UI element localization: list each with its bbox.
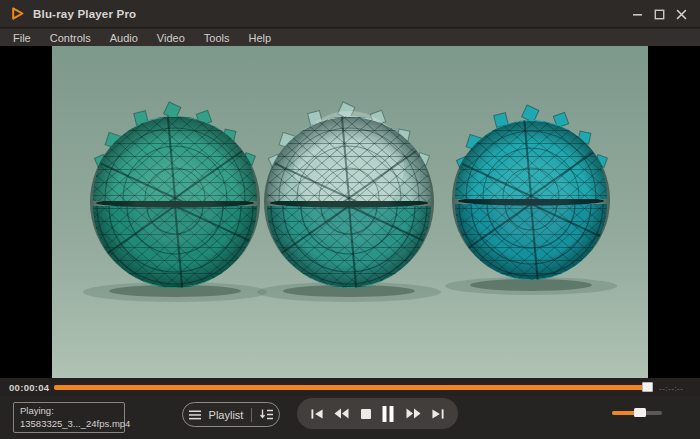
next-button[interactable]: [432, 408, 444, 420]
window-title: Blu-ray Player Pro: [33, 8, 136, 20]
previous-button[interactable]: [311, 408, 323, 420]
window-controls: [630, 0, 688, 28]
stop-button[interactable]: [361, 409, 371, 419]
seek-handle[interactable]: [642, 382, 653, 392]
seek-bar[interactable]: [54, 385, 646, 390]
pause-button[interactable]: [382, 406, 394, 422]
menu-bar: File Controls Audio Video Tools Help: [0, 29, 700, 46]
now-playing-filename: 13583325_3..._24fps.mp4: [20, 418, 118, 429]
maximize-button[interactable]: [652, 7, 666, 21]
elapsed-time: 00:00:04: [9, 382, 49, 393]
playlist-label: Playlist: [209, 409, 244, 421]
volume-handle[interactable]: [634, 408, 646, 417]
menu-tools[interactable]: Tools: [201, 32, 233, 44]
transport-controls: [297, 398, 458, 429]
playlist-order-icon: [260, 406, 273, 424]
now-playing-label: Playing:: [20, 405, 118, 416]
menu-video[interactable]: Video: [154, 32, 188, 44]
seek-row: 00:00:04 --:--:--: [0, 378, 700, 396]
menu-file[interactable]: File: [10, 32, 34, 44]
player-content-area: [0, 46, 700, 378]
now-playing-box: Playing: 13583325_3..._24fps.mp4: [13, 402, 125, 433]
remaining-time: --:--:--: [659, 384, 683, 393]
minimize-button[interactable]: [630, 7, 644, 21]
app-logo-icon: [10, 6, 25, 21]
menu-help[interactable]: Help: [245, 32, 274, 44]
pill-divider: [251, 408, 252, 422]
close-button[interactable]: [674, 7, 688, 21]
hamburger-icon: [189, 406, 201, 424]
menu-audio[interactable]: Audio: [107, 32, 141, 44]
video-frame[interactable]: [52, 46, 648, 378]
title-bar: Blu-ray Player Pro: [0, 0, 700, 28]
control-bar: Playing: 13583325_3..._24fps.mp4 Playlis…: [0, 396, 700, 439]
app-window: Blu-ray Player Pro File Controls Audio V…: [0, 0, 700, 439]
playlist-button[interactable]: Playlist: [182, 402, 280, 427]
seek-bar-fill: [54, 385, 646, 390]
rewind-button[interactable]: [334, 408, 349, 419]
menu-controls[interactable]: Controls: [47, 32, 94, 44]
fast-forward-button[interactable]: [406, 408, 421, 419]
